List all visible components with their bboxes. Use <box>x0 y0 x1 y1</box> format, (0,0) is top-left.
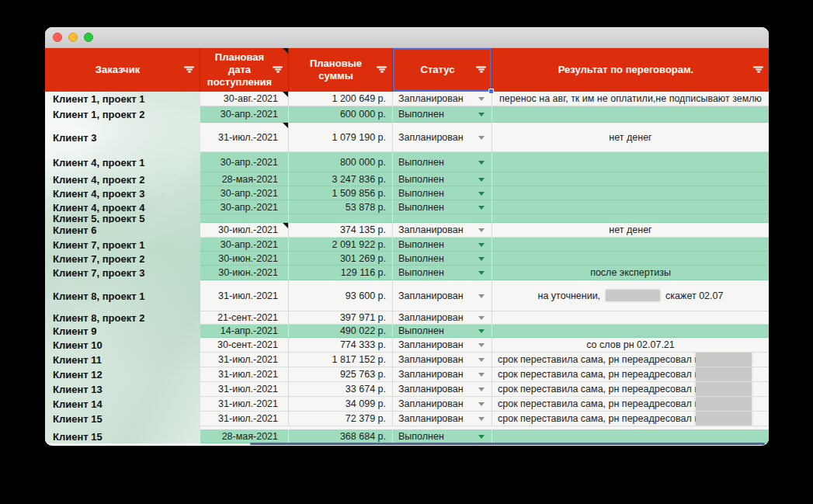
status-dropdown-arrow-icon[interactable] <box>478 97 485 101</box>
date-cell[interactable]: 28-мая-2021 <box>200 172 289 186</box>
customer-cell[interactable]: Клиент 7, проект 1 <box>45 238 200 252</box>
amount-cell[interactable] <box>289 214 393 223</box>
date-cell[interactable]: 30-апр.-2021 <box>200 200 289 214</box>
status-dropdown-arrow-icon[interactable] <box>478 358 485 362</box>
status-dropdown-arrow-icon[interactable] <box>478 136 485 140</box>
amount-cell[interactable]: 800 000 р. <box>289 152 393 172</box>
date-cell[interactable]: 30-сент.-2021 <box>200 338 289 353</box>
status-cell[interactable]: Выполнен <box>393 186 492 200</box>
status-cell[interactable]: Выполнен <box>393 172 492 186</box>
customer-cell[interactable]: Клиент 15 <box>45 429 200 443</box>
selection-fill-handle[interactable] <box>488 89 494 94</box>
status-dropdown-arrow-icon[interactable] <box>478 294 485 298</box>
status-dropdown-arrow-icon[interactable] <box>478 343 485 347</box>
result-cell[interactable]: нет денег <box>492 123 769 152</box>
result-cell[interactable] <box>492 252 769 266</box>
result-cell[interactable] <box>492 325 769 338</box>
result-cell[interactable]: на уточнении,скажет 02.07 <box>492 280 769 311</box>
result-cell[interactable]: после экспертизы <box>492 266 769 280</box>
customer-cell[interactable]: Клиент 7, проект 2 <box>45 252 200 266</box>
status-cell[interactable]: Запланирован <box>393 367 492 382</box>
status-cell[interactable]: Запланирован <box>393 412 492 426</box>
amount-cell[interactable]: 600 000 р. <box>289 106 393 123</box>
result-cell[interactable]: нет денег <box>492 223 769 238</box>
amount-cell[interactable]: 490 022 р. <box>289 325 393 338</box>
date-cell[interactable]: 31-июл.-2021 <box>200 123 289 152</box>
result-cell[interactable]: срок переставила сама, рн переадресовал … <box>492 367 769 382</box>
amount-cell[interactable]: 53 878 р. <box>289 200 393 214</box>
filter-icon[interactable] <box>273 67 283 74</box>
date-cell[interactable]: 21-сент.-2021 <box>200 311 289 325</box>
status-cell[interactable]: Выполнен <box>393 106 492 123</box>
customer-cell[interactable]: Клиент 9 <box>45 325 200 338</box>
status-dropdown-arrow-icon[interactable] <box>478 113 485 116</box>
result-cell[interactable] <box>492 152 769 172</box>
date-cell[interactable]: 30-июн.-2021 <box>200 266 289 280</box>
status-cell[interactable]: Выполнен <box>393 252 492 266</box>
header-cell-planned_date[interactable]: Плановая дата поступления <box>200 48 289 92</box>
date-cell[interactable]: 30-июн.-2021 <box>200 252 289 266</box>
status-dropdown-arrow-icon[interactable] <box>478 402 485 406</box>
amount-cell[interactable]: 3 247 836 р. <box>289 172 393 186</box>
result-cell[interactable] <box>492 238 769 252</box>
amount-cell[interactable]: 374 135 р. <box>289 223 393 238</box>
date-cell[interactable]: 31-июл.-2021 <box>200 353 289 367</box>
result-cell[interactable]: срок переставила сама, рн переадресовал … <box>492 353 769 367</box>
result-cell[interactable] <box>492 106 769 123</box>
status-cell[interactable]: Запланирован <box>393 92 492 106</box>
customer-cell[interactable]: Клиент 4, проект 3 <box>45 186 200 200</box>
status-cell[interactable]: Запланирован <box>393 280 492 311</box>
status-dropdown-arrow-icon[interactable] <box>478 178 485 182</box>
header-cell-customer[interactable]: Заказчик <box>45 48 200 92</box>
date-cell[interactable]: 28-мая-2021 <box>200 429 289 443</box>
amount-cell[interactable]: 34 099 р. <box>289 397 393 412</box>
date-cell[interactable]: 30-июл.-2021 <box>200 223 289 238</box>
status-dropdown-arrow-icon[interactable] <box>478 329 485 333</box>
amount-cell[interactable]: 1 079 190 р. <box>289 123 393 152</box>
amount-cell[interactable]: 397 971 р. <box>289 311 393 325</box>
date-cell[interactable]: 30-апр.-2021 <box>200 238 289 252</box>
filter-icon[interactable] <box>476 67 486 74</box>
horizontal-scrollbar[interactable] <box>250 443 765 445</box>
result-cell[interactable]: срок переставила сама, рн переадресовал … <box>492 382 769 397</box>
status-dropdown-arrow-icon[interactable] <box>478 257 485 261</box>
amount-cell[interactable]: 774 333 р. <box>289 338 393 353</box>
header-cell-result[interactable]: Результат по переговорам. <box>492 48 769 92</box>
status-dropdown-arrow-icon[interactable] <box>478 271 485 275</box>
status-cell[interactable]: Выполнен <box>393 238 492 252</box>
amount-cell[interactable]: 301 269 р. <box>289 252 393 266</box>
titlebar[interactable] <box>45 27 769 48</box>
filter-icon[interactable] <box>184 67 194 74</box>
customer-cell[interactable]: Клиент 3 <box>45 123 200 152</box>
customer-cell[interactable]: Клиент 14 <box>45 397 200 412</box>
customer-cell[interactable]: Клиент 4, проект 2 <box>45 172 200 186</box>
result-cell[interactable]: со слов рн 02.07.21 <box>492 338 769 353</box>
status-cell[interactable]: Запланирован <box>393 397 492 412</box>
customer-cell[interactable]: Клиент 8, проект 1 <box>45 280 200 311</box>
filter-icon[interactable] <box>753 67 763 74</box>
customer-cell[interactable]: Клиент 4, проект 4 <box>45 200 200 214</box>
amount-cell[interactable]: 1 817 152 р. <box>289 353 393 367</box>
status-cell[interactable]: Выполнен <box>393 429 492 443</box>
amount-cell[interactable]: 93 600 р. <box>289 280 393 311</box>
status-cell[interactable]: Выполнен <box>393 266 492 280</box>
status-dropdown-arrow-icon[interactable] <box>478 417 485 421</box>
result-cell[interactable] <box>492 429 769 443</box>
result-cell[interactable]: перенос на авг, тк им не оплатили,не под… <box>492 92 769 106</box>
customer-cell[interactable]: Клиент 8, проект 2 <box>45 311 200 325</box>
result-cell[interactable]: срок переставила сама, рн переадресовал … <box>492 397 769 412</box>
status-dropdown-arrow-icon[interactable] <box>478 388 485 391</box>
date-cell[interactable]: 30-апр.-2021 <box>200 152 289 172</box>
filter-icon[interactable] <box>377 67 387 74</box>
amount-cell[interactable]: 1 200 649 р. <box>289 92 393 106</box>
customer-cell[interactable]: Клиент 1, проект 1 <box>45 92 200 106</box>
result-cell[interactable] <box>492 172 769 186</box>
status-dropdown-arrow-icon[interactable] <box>478 192 485 196</box>
status-cell[interactable]: Выполнен <box>393 325 492 338</box>
status-dropdown-arrow-icon[interactable] <box>478 161 485 165</box>
date-cell[interactable]: 30-авг.-2021 <box>200 92 289 106</box>
date-cell[interactable]: 31-июл.-2021 <box>200 382 289 397</box>
status-dropdown-arrow-icon[interactable] <box>478 316 485 320</box>
date-cell[interactable]: 31-июл.-2021 <box>200 412 289 426</box>
status-dropdown-arrow-icon[interactable] <box>478 243 485 247</box>
